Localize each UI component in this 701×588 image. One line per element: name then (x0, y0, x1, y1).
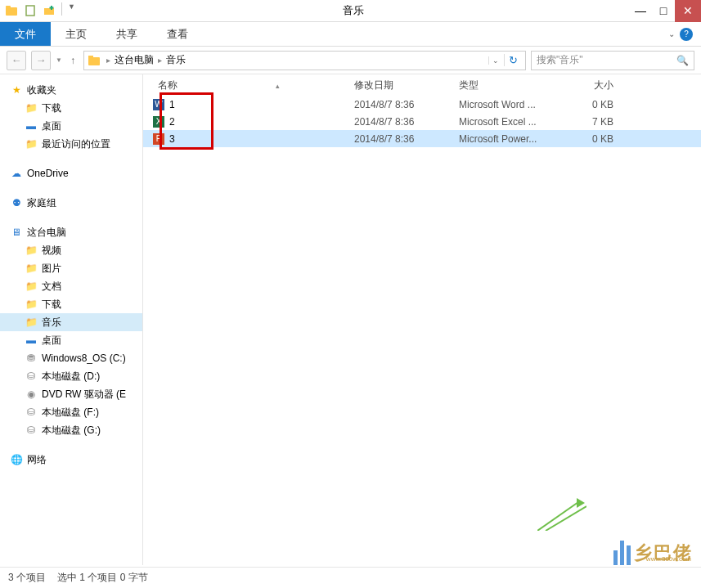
tab-home[interactable]: 主页 (51, 22, 101, 46)
column-type[interactable]: 类型 (459, 79, 559, 92)
selection-info: 选中 1 个项目 0 字节 (57, 571, 148, 585)
file-name: 1 (169, 99, 175, 110)
tree-disk-g[interactable]: ⛁本地磁盘 (G:) (0, 421, 142, 439)
tree-recent[interactable]: 📁最近访问的位置 (0, 135, 142, 153)
qat-dropdown-icon[interactable]: ▼ (68, 2, 75, 19)
sort-indicator-icon: ▴ (276, 82, 280, 90)
tree-pictures[interactable]: 📁图片 (0, 259, 142, 277)
svg-rect-2 (26, 6, 34, 16)
disk-icon: ⛁ (25, 406, 38, 419)
tree-onedrive[interactable]: ☁OneDrive (0, 164, 142, 182)
tree-favorites[interactable]: ★收藏夹 (0, 81, 142, 99)
homegroup-icon: ⚉ (10, 196, 23, 209)
computer-icon: 🖥 (10, 226, 23, 239)
watermark-url: www.306w.com (646, 555, 691, 563)
file-type: Microsoft Power... (459, 133, 559, 145)
svg-rect-1 (6, 6, 11, 8)
tree-disk-d[interactable]: ⛁本地磁盘 (D:) (0, 367, 142, 385)
ribbon-expand-icon[interactable]: ⌄ (668, 29, 675, 38)
svg-marker-10 (577, 498, 585, 508)
column-date[interactable]: 修改日期 (354, 79, 459, 92)
tree-desktop2[interactable]: ▬桌面 (0, 331, 142, 349)
file-size: 7 KB (559, 116, 620, 128)
tree-dvd[interactable]: ◉DVD RW 驱动器 (E (0, 385, 142, 403)
back-button[interactable]: ← (7, 51, 26, 70)
file-row[interactable]: X2 2014/8/7 8:36 Microsoft Excel ... 7 K… (143, 113, 701, 130)
new-folder-icon[interactable] (41, 2, 57, 19)
navigation-tree: ★收藏夹 📁下载 ▬桌面 📁最近访问的位置 ☁OneDrive ⚉家庭组 🖥这台… (0, 74, 143, 565)
file-row[interactable]: W1 2014/8/7 8:36 Microsoft Word ... 0 KB (143, 96, 701, 113)
search-input[interactable]: 搜索"音乐" 🔍 (531, 51, 694, 70)
tree-network[interactable]: 🌐网络 (0, 451, 142, 469)
file-row[interactable]: P3 2014/8/7 8:36 Microsoft Power... 0 KB (143, 130, 701, 147)
chevron-right-icon[interactable]: ▸ (158, 56, 162, 65)
file-name: 2 (169, 116, 175, 128)
up-button[interactable]: ↑ (67, 55, 79, 66)
titlebar: ▼ 音乐 — □ ✕ (0, 0, 701, 22)
file-date: 2014/8/7 8:36 (354, 99, 459, 110)
tree-music[interactable]: 📁音乐 (0, 313, 142, 331)
tree-downloads2[interactable]: 📁下载 (0, 295, 142, 313)
forward-button[interactable]: → (31, 51, 51, 70)
file-name: 3 (169, 133, 175, 145)
search-placeholder-text: 搜索"音乐" (537, 53, 583, 67)
item-count: 3 个项目 (8, 571, 46, 585)
tree-disk-f[interactable]: ⛁本地磁盘 (F:) (0, 403, 142, 421)
svg-rect-3 (44, 8, 54, 15)
navbar: ← → ▼ ↑ ▸ 这台电脑 ▸ 音乐 ⌄ ↻ 搜索"音乐" 🔍 (0, 47, 701, 74)
help-icon[interactable]: ? (680, 28, 693, 41)
minimize-button[interactable]: — (629, 0, 652, 22)
svg-rect-7 (88, 56, 93, 58)
status-bar: 3 个项目 选中 1 个项目 0 字节 (0, 567, 701, 588)
tab-share[interactable]: 共享 (101, 22, 152, 46)
search-icon: 🔍 (676, 55, 689, 66)
file-date: 2014/8/7 8:36 (354, 133, 459, 145)
folder-icon (88, 54, 101, 67)
cloud-icon: ☁ (10, 167, 23, 180)
folder-icon: 📁 (25, 101, 38, 114)
ribbon: 文件 主页 共享 查看 ⌄ ? (0, 22, 701, 47)
breadcrumb-segment[interactable]: 这台电脑 (113, 53, 155, 67)
folder-icon: 📁 (25, 280, 38, 293)
tree-documents[interactable]: 📁文档 (0, 277, 142, 295)
powerpoint-file-icon: P (153, 133, 164, 145)
tree-videos[interactable]: 📁视频 (0, 241, 142, 259)
file-type: Microsoft Word ... (459, 99, 559, 110)
tab-file[interactable]: 文件 (0, 22, 51, 46)
tab-view[interactable]: 查看 (152, 22, 203, 46)
tree-desktop[interactable]: ▬桌面 (0, 117, 142, 135)
folder-icon: 📁 (25, 316, 38, 329)
desktop-icon: ▬ (25, 334, 38, 347)
word-file-icon: W (153, 99, 164, 110)
column-name[interactable]: 名称▴ (151, 79, 354, 92)
maximize-button[interactable]: □ (652, 0, 675, 22)
address-bar[interactable]: ▸ 这台电脑 ▸ 音乐 ⌄ ↻ (83, 51, 526, 70)
properties-icon[interactable] (22, 2, 38, 19)
desktop-icon: ▬ (25, 119, 38, 132)
folder-icon: 📁 (25, 244, 38, 257)
recent-icon: 📁 (25, 137, 38, 150)
file-date: 2014/8/7 8:36 (354, 116, 459, 128)
tree-disk-c[interactable]: ⛃Windows8_OS (C:) (0, 349, 142, 367)
tree-this-pc[interactable]: 🖥这台电脑 (0, 223, 142, 241)
folder-icon: 📁 (25, 298, 38, 311)
address-dropdown-icon[interactable]: ⌄ (488, 56, 502, 65)
disk-icon: ⛃ (25, 352, 38, 365)
file-size: 0 KB (559, 133, 620, 145)
column-size[interactable]: 大小 (559, 79, 620, 92)
excel-file-icon: X (153, 116, 164, 128)
folder-app-icon[interactable] (3, 2, 20, 19)
file-type: Microsoft Excel ... (459, 116, 559, 128)
disk-icon: ⛁ (25, 424, 38, 437)
column-headers: 名称▴ 修改日期 类型 大小 (143, 74, 701, 96)
svg-rect-6 (88, 57, 100, 65)
refresh-icon[interactable]: ↻ (504, 54, 522, 66)
chevron-right-icon[interactable]: ▸ (106, 56, 110, 65)
network-icon: 🌐 (10, 453, 23, 466)
breadcrumb-segment[interactable]: 音乐 (164, 53, 187, 67)
tree-homegroup[interactable]: ⚉家庭组 (0, 194, 142, 212)
history-dropdown-icon[interactable]: ▼ (56, 56, 62, 64)
tree-downloads[interactable]: 📁下载 (0, 99, 142, 117)
disk-icon: ⛁ (25, 370, 38, 383)
close-button[interactable]: ✕ (675, 0, 701, 22)
